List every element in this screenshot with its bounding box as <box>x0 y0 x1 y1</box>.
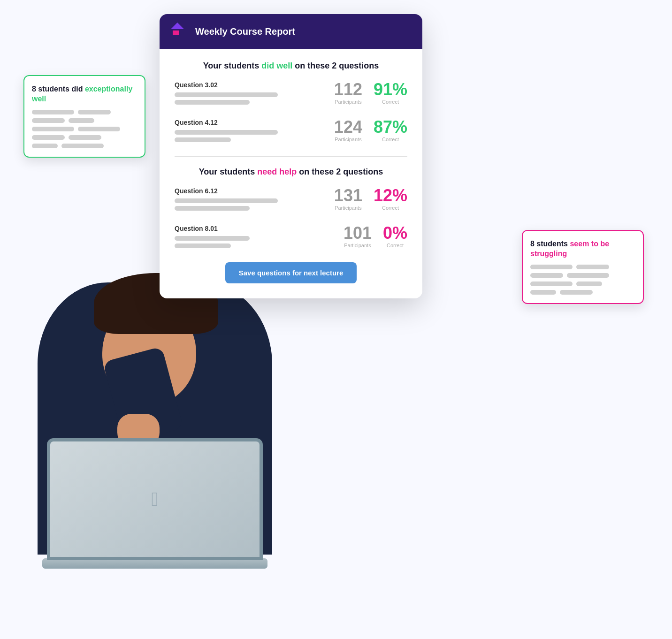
mini-card-right-rows <box>530 265 635 295</box>
top-hat-logo <box>171 23 189 40</box>
report-body: Your students did well on these 2 questi… <box>160 49 422 298</box>
save-questions-button[interactable]: Save questions for next lecture <box>225 262 357 283</box>
mini-bar <box>69 135 101 140</box>
report-header: Weekly Course Report <box>160 14 422 49</box>
mini-bar <box>69 118 94 123</box>
progress-bar <box>175 243 231 248</box>
correct-percentage: 0% <box>383 225 407 242</box>
mini-bar <box>32 135 65 140</box>
mini-bar <box>530 290 556 295</box>
laptop-screen:  <box>47 438 263 560</box>
participants-label: Participants <box>344 243 372 248</box>
mini-card-left-title: 8 students did exceptionally well <box>32 84 137 104</box>
correct-percentage: 12% <box>374 187 407 204</box>
mini-bar <box>530 281 573 286</box>
logo-square <box>173 30 179 35</box>
mini-bar <box>61 144 104 148</box>
progress-bar <box>175 236 250 241</box>
mini-row <box>32 110 137 114</box>
need-help-heading: Your students need help on these 2 quest… <box>175 166 407 178</box>
question-info: Question 3.02 <box>175 81 334 107</box>
weekly-course-report-card: Weekly Course Report Your students did w… <box>160 14 422 298</box>
correct-label: Correct <box>374 137 407 142</box>
question-stats: 131 Participants 12% Correct <box>334 187 407 211</box>
mini-row <box>530 290 635 295</box>
participants-number: 101 <box>344 225 372 242</box>
mini-row <box>32 135 137 140</box>
mini-bar <box>567 273 609 278</box>
section-divider <box>175 156 407 157</box>
mini-bar <box>576 265 609 269</box>
participants-number: 124 <box>334 119 362 136</box>
progress-bar <box>175 206 250 211</box>
correct-percentage: 87% <box>374 119 407 136</box>
mini-card-right-title: 8 students seem to be struggling <box>530 239 635 259</box>
participants-label: Participants <box>334 99 362 105</box>
question-row-612: Question 6.12 131 Participants 12% Corre… <box>175 187 407 213</box>
mini-bar <box>78 110 111 114</box>
question-stats: 124 Participants 87% Correct <box>334 119 407 142</box>
mini-row <box>530 273 635 278</box>
participants-stat: 101 Participants <box>344 225 372 248</box>
question-label: Question 6.12 <box>175 187 334 195</box>
mini-bar <box>78 127 120 131</box>
mini-bar <box>32 110 74 114</box>
apple-logo-icon:  <box>151 488 158 510</box>
question-info: Question 6.12 <box>175 187 334 213</box>
correct-stat: 12% Correct <box>374 187 407 211</box>
question-stats: 101 Participants 0% Correct <box>344 225 407 248</box>
correct-percentage: 91% <box>374 81 407 98</box>
progress-bar <box>175 100 250 105</box>
mini-bar <box>32 144 58 148</box>
progress-bar <box>175 137 231 142</box>
participants-label: Participants <box>334 205 362 211</box>
mini-card-left-rows <box>32 110 137 148</box>
progress-bar <box>175 198 278 203</box>
question-label: Question 8.01 <box>175 225 344 232</box>
question-label: Question 4.12 <box>175 119 334 126</box>
progress-bar <box>175 92 278 97</box>
mini-row <box>530 265 635 269</box>
progress-bar <box>175 130 278 135</box>
mini-card-struggling: 8 students seem to be struggling <box>522 230 644 304</box>
mini-row <box>32 118 137 123</box>
mini-card-exceptionally-well: 8 students did exceptionally well <box>23 75 145 158</box>
mini-bar <box>530 273 563 278</box>
mini-row <box>32 144 137 148</box>
correct-stat: 91% Correct <box>374 81 407 105</box>
question-row-412: Question 4.12 124 Participants 87% Corre… <box>175 119 407 145</box>
mini-bar <box>530 265 573 269</box>
mini-bar <box>32 127 74 131</box>
correct-label: Correct <box>374 205 407 211</box>
participants-number: 131 <box>334 187 362 204</box>
correct-stat: 87% Correct <box>374 119 407 142</box>
question-row-302: Question 3.02 112 Participants 91% Corre… <box>175 81 407 107</box>
question-info: Question 4.12 <box>175 119 334 145</box>
participants-label: Participants <box>334 137 362 142</box>
participants-stat: 124 Participants <box>334 119 362 142</box>
correct-stat: 0% Correct <box>383 225 407 248</box>
mini-bar <box>576 281 602 286</box>
participants-stat: 131 Participants <box>334 187 362 211</box>
mini-row <box>32 127 137 131</box>
question-stats: 112 Participants 91% Correct <box>334 81 407 105</box>
mini-bar <box>32 118 65 123</box>
correct-label: Correct <box>374 99 407 105</box>
participants-number: 112 <box>334 81 362 98</box>
question-row-801: Question 8.01 101 Participants 0% Correc… <box>175 225 407 251</box>
did-well-heading: Your students did well on these 2 questi… <box>175 60 407 72</box>
correct-label: Correct <box>383 243 407 248</box>
logo-triangle <box>171 23 184 29</box>
mini-row <box>530 281 635 286</box>
report-title: Weekly Course Report <box>195 26 295 37</box>
question-info: Question 8.01 <box>175 225 344 251</box>
question-label: Question 3.02 <box>175 81 334 89</box>
participants-stat: 112 Participants <box>334 81 362 105</box>
mini-bar <box>560 290 593 295</box>
